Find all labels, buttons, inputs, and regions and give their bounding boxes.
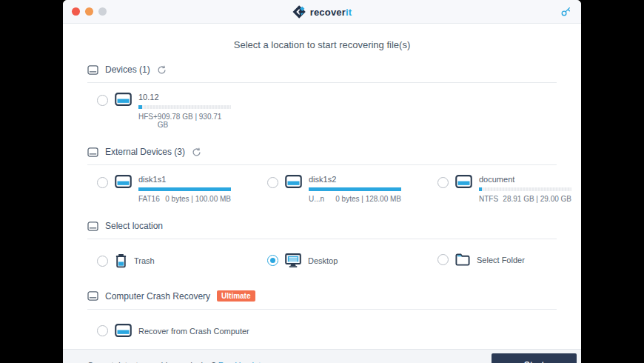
logo-wordmark: recoverit — [310, 6, 352, 17]
section-title-crash: Computer Crash Recovery — [105, 291, 210, 302]
device-name: disk1s1 — [138, 175, 231, 184]
zoom-window-button[interactable] — [98, 7, 107, 16]
feedback-link[interactable]: Feed back to us — [218, 361, 276, 363]
radio-desktop[interactable] — [267, 255, 278, 266]
disk-section-icon — [87, 65, 98, 75]
usage-bar — [138, 105, 231, 109]
device-filesystem: HFS+ — [138, 113, 158, 129]
section-title-devices: Devices (1) — [105, 64, 150, 75]
location-option-trash[interactable]: Trash — [97, 253, 267, 268]
usage-bar — [138, 187, 231, 191]
radio-select-folder[interactable] — [437, 254, 449, 265]
location-option-select-folder[interactable]: Select Folder — [437, 253, 581, 266]
device-tile-disk1s2[interactable]: disk1s2 U...n 0 bytes | 128.00 MB — [267, 175, 437, 203]
device-size: 909.78 GB | 930.71 GB — [158, 113, 231, 129]
disk-section-icon — [87, 222, 98, 231]
location-label: Trash — [134, 256, 155, 265]
trash-icon — [115, 253, 127, 268]
folder-icon — [455, 253, 470, 266]
footer: Cannot detect your drive or device? Feed… — [63, 349, 581, 363]
close-window-button[interactable] — [72, 7, 80, 16]
traffic-lights — [72, 7, 107, 16]
hard-drive-icon — [115, 175, 132, 189]
disk-section-icon — [87, 291, 98, 301]
device-filesystem: U...n — [309, 195, 324, 203]
section-title-external: External Devices (3) — [105, 147, 185, 157]
device-tile-1012[interactable]: 10.12 HFS+ 909.78 GB | 930.71 GB — [97, 93, 267, 129]
radio-device-disk1s1[interactable] — [97, 177, 108, 188]
location-row: Trash Desktop — [87, 239, 557, 284]
main-content: Select a location to start recovering fi… — [63, 24, 581, 349]
device-tile-document[interactable]: document NTFS 28.91 GB | 29.00 GB — [437, 175, 581, 203]
radio-device-document[interactable] — [437, 177, 449, 188]
hard-drive-icon — [285, 175, 302, 189]
recoverit-logo-icon — [292, 4, 306, 19]
recoverit-window: recoverit Select a location to start rec… — [63, 0, 581, 363]
refresh-external-icon[interactable] — [192, 147, 201, 157]
device-filesystem: FAT16 — [138, 195, 160, 203]
hard-drive-icon — [115, 324, 132, 338]
section-title-location: Select location — [105, 221, 163, 231]
titlebar: recoverit — [63, 0, 581, 24]
external-devices-row: disk1s1 FAT16 0 bytes | 100.00 MB — [87, 165, 557, 214]
footer-note: Cannot detect your drive or device? Feed… — [87, 361, 278, 363]
section-header-crash: Computer Crash Recovery Ultimate — [87, 284, 557, 310]
section-header-devices: Devices (1) — [87, 58, 557, 83]
location-option-desktop[interactable]: Desktop — [267, 253, 437, 267]
location-label: Desktop — [308, 256, 338, 265]
device-size: 0 bytes | 100.00 MB — [165, 195, 231, 203]
radio-device-disk1s2[interactable] — [267, 177, 278, 188]
hard-drive-icon — [455, 175, 472, 189]
disk-section-icon — [87, 147, 98, 157]
crash-recovery-option[interactable]: Recover from Crash Computer — [97, 324, 249, 338]
device-name: disk1s2 — [309, 175, 401, 184]
location-label: Select Folder — [477, 256, 525, 264]
hard-drive-icon — [115, 93, 132, 107]
crash-row: Recover from Crash Computer — [87, 310, 557, 349]
page-title: Select a location to start recovering fi… — [87, 39, 557, 50]
usage-bar — [479, 187, 571, 191]
recoverit-logo: recoverit — [292, 4, 352, 19]
radio-crash-recovery[interactable] — [97, 325, 108, 336]
desktop-icon — [285, 253, 301, 267]
device-size: 0 bytes | 128.00 MB — [335, 195, 401, 203]
radio-device-1012[interactable] — [97, 95, 108, 106]
minimize-window-button[interactable] — [85, 7, 93, 16]
devices-row: 10.12 HFS+ 909.78 GB | 930.71 GB — [87, 83, 557, 140]
radio-trash[interactable] — [97, 256, 108, 267]
start-button[interactable]: Start — [492, 353, 577, 363]
activation-key-icon[interactable] — [559, 5, 572, 19]
device-filesystem: NTFS — [479, 195, 498, 203]
usage-bar — [309, 187, 401, 191]
device-name: document — [479, 175, 571, 184]
section-header-location: Select location — [87, 214, 557, 239]
device-name: 10.12 — [138, 93, 231, 101]
device-size: 28.91 GB | 29.00 GB — [503, 195, 571, 203]
ultimate-badge: Ultimate — [217, 290, 255, 302]
section-header-external: External Devices (3) — [87, 140, 557, 165]
device-tile-disk1s1[interactable]: disk1s1 FAT16 0 bytes | 100.00 MB — [97, 175, 267, 203]
refresh-devices-icon[interactable] — [157, 65, 167, 75]
crash-option-label: Recover from Crash Computer — [138, 327, 249, 336]
